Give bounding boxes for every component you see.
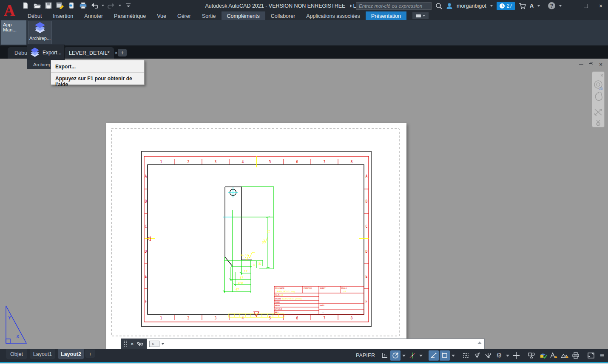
- doc-close-icon[interactable]: ×: [598, 61, 604, 67]
- new-drawing-tab-button[interactable]: +: [118, 49, 127, 56]
- doc-tab-close-icon[interactable]: ×: [115, 50, 118, 56]
- osnap-dropdown-icon[interactable]: [452, 355, 455, 357]
- export-menu-item[interactable]: Export...: [27, 45, 64, 60]
- drawing-canvas[interactable]: × 2D: [0, 59, 608, 349]
- autodesk-app-dropdown-icon[interactable]: [537, 5, 540, 7]
- snap-dropdown-icon[interactable]: [402, 355, 406, 357]
- graphics-performance-icon[interactable]: [560, 350, 570, 361]
- ribbon-tab-presentation[interactable]: Présentation: [366, 11, 406, 20]
- help-dropdown-icon[interactable]: [559, 5, 562, 7]
- svg-text:PRINTED: PRINTED: [304, 287, 312, 289]
- layout-tab-layout2[interactable]: Layout2: [58, 349, 84, 359]
- customization-gear-icon[interactable]: ⚙: [494, 350, 504, 361]
- command-prompt-icon[interactable]: >_: [149, 341, 159, 347]
- crosshair-icon[interactable]: [511, 350, 521, 361]
- annotation-scale-icon[interactable]: [537, 350, 548, 361]
- close-button[interactable]: ×: [595, 2, 606, 10]
- save-icon[interactable]: [44, 1, 53, 10]
- wrench-icon[interactable]: [137, 341, 144, 347]
- open-folder-icon[interactable]: [33, 1, 41, 10]
- command-close-icon[interactable]: ×: [131, 341, 134, 347]
- ucs-y-label: Y: [8, 315, 11, 320]
- svg-text:8: 8: [351, 160, 353, 164]
- publish-icon[interactable]: [67, 1, 76, 10]
- ortho-mode-icon[interactable]: [429, 350, 439, 361]
- ribbon-tab-vue[interactable]: Vue: [151, 11, 172, 20]
- archirep-button[interactable]: Archirep...: [28, 21, 52, 44]
- new-file-icon[interactable]: [21, 1, 30, 10]
- svg-text:19: 19: [253, 263, 256, 267]
- paper-space-toggle[interactable]: PAPIER: [352, 350, 378, 361]
- ribbon-display-toggle[interactable]: [412, 12, 429, 19]
- titlebar-separator: [544, 3, 544, 9]
- undo-icon[interactable]: [90, 1, 99, 10]
- polar-tracking-icon[interactable]: [407, 350, 418, 361]
- doc-tab-lever-detail[interactable]: LEVER_DETAIL* ×: [64, 47, 114, 59]
- clean-screen-icon[interactable]: [586, 350, 596, 361]
- svg-text:E: E: [145, 275, 147, 279]
- ribbon-panel-app-manager[interactable]: App Man...: [1, 20, 26, 45]
- ribbon-tab-insertion[interactable]: Insertion: [47, 11, 79, 20]
- layout-tab-objet[interactable]: Objet: [6, 349, 27, 359]
- print-icon[interactable]: [79, 1, 87, 10]
- status-menu-icon[interactable]: ≡: [597, 350, 607, 361]
- object-snap-icon[interactable]: [440, 350, 450, 361]
- trial-clock-badge[interactable]: 27: [497, 2, 515, 10]
- command-history-caret-icon[interactable]: [162, 343, 164, 345]
- ribbon-tab-complements[interactable]: Compléments: [222, 11, 265, 20]
- minimize-button[interactable]: [565, 2, 577, 10]
- command-line-dock: × >_: [121, 339, 485, 349]
- svg-text:⌀30: ⌀30: [238, 282, 244, 285]
- ribbon-tab-annoter[interactable]: Annoter: [79, 11, 108, 20]
- grid-display-icon[interactable]: [379, 350, 389, 361]
- drag-grip-icon[interactable]: [124, 340, 127, 347]
- ribbon-tab-gerer[interactable]: Gérer: [172, 11, 196, 20]
- cart-icon[interactable]: [519, 3, 526, 9]
- svg-text:1: 1: [160, 160, 162, 164]
- search-icon[interactable]: [435, 3, 442, 9]
- ribbon-tab-applications-associees[interactable]: Applications associées: [301, 11, 365, 20]
- svg-text:ISSUED: ISSUED: [275, 308, 282, 310]
- qat-customize-icon[interactable]: [124, 1, 133, 10]
- help-icon[interactable]: ?: [548, 2, 555, 9]
- selection-cycling-icon[interactable]: [461, 350, 471, 361]
- layout-paper[interactable]: 12 34 56 78 12 34 56 78 AB CD EF: [106, 123, 406, 349]
- annotation-visibility-icon[interactable]: [548, 350, 559, 361]
- doc-minimize-icon[interactable]: [578, 61, 584, 67]
- ribbon-tab-sortie[interactable]: Sortie: [196, 11, 222, 20]
- command-scroll-up-icon[interactable]: [477, 341, 482, 344]
- svg-text:REV: REV: [275, 311, 279, 313]
- layout-tab-layout1[interactable]: Layout1: [30, 349, 55, 359]
- user-icon[interactable]: [446, 3, 453, 9]
- ribbon-tab-collaborer[interactable]: Collaborer: [265, 11, 301, 20]
- command-line-handle[interactable]: ×: [121, 339, 147, 349]
- svg-text:D: D: [366, 250, 368, 254]
- save-as-icon[interactable]: [56, 1, 64, 10]
- gear-dropdown-icon[interactable]: [506, 355, 509, 357]
- redo-dropdown-icon[interactable]: [119, 5, 121, 6]
- object-snap-tracking-icon[interactable]: [483, 350, 493, 361]
- snap-mode-icon[interactable]: [390, 350, 401, 361]
- ribbon-tab-debut[interactable]: Début: [22, 11, 47, 20]
- undo-dropdown-icon[interactable]: [102, 5, 104, 6]
- annotation-objects-icon[interactable]: [526, 350, 537, 361]
- command-input[interactable]: >_: [147, 339, 485, 349]
- user-dropdown-icon[interactable]: [490, 5, 493, 7]
- new-layout-button[interactable]: +: [85, 350, 95, 358]
- maximize-button[interactable]: [580, 2, 591, 10]
- ribbon-tab-parametrique[interactable]: Paramétrique: [108, 11, 151, 20]
- doc-restore-icon[interactable]: [588, 61, 594, 67]
- navigation-bar[interactable]: 2D: [592, 71, 605, 127]
- search-expand-icon[interactable]: [350, 4, 352, 8]
- username[interactable]: morganbigot: [457, 3, 486, 9]
- help-search-input[interactable]: [356, 2, 432, 10]
- osnap-3d-icon[interactable]: [472, 350, 482, 361]
- autocad-logo[interactable]: A: [0, 0, 19, 20]
- plot-icon[interactable]: [571, 350, 581, 361]
- autodesk-app-icon[interactable]: A: [530, 3, 534, 9]
- tooltip-title: Export...: [51, 60, 144, 72]
- polar-dropdown-icon[interactable]: [419, 355, 423, 357]
- svg-text:5: 5: [269, 160, 271, 164]
- ribbon-tab-bar: Début Insertion Annoter Paramétrique Vue…: [0, 11, 608, 20]
- redo-icon[interactable]: [107, 1, 116, 10]
